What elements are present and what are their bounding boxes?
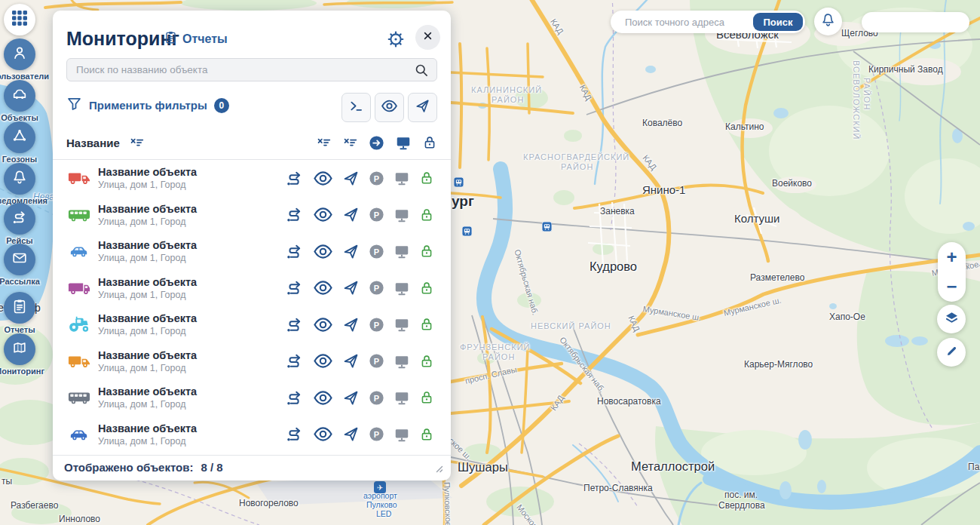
follow-column-button[interactable]: [369, 135, 384, 151]
parking-status-icon[interactable]: P: [369, 390, 384, 406]
report-icon: [164, 30, 178, 48]
object-row[interactable]: Название объектаУлица, дом 1, ГородP: [53, 160, 451, 197]
object-row[interactable]: Название объектаУлица, дом 1, ГородP: [53, 233, 451, 270]
address-search-input[interactable]: [611, 11, 752, 33]
lock-status-icon[interactable]: [419, 427, 434, 442]
lock-status-icon[interactable]: [419, 281, 434, 296]
settings-button[interactable]: [387, 30, 405, 48]
sidebar-item-car[interactable]: [4, 80, 35, 112]
draw-button[interactable]: [937, 338, 966, 367]
lock-status-icon[interactable]: [419, 354, 434, 369]
object-row[interactable]: Название объектаУлица, дом 1, ГородP: [53, 343, 451, 380]
connection-status-icon[interactable]: [394, 170, 410, 186]
zoom-out-button[interactable]: −: [938, 272, 966, 302]
follow-all-button[interactable]: [408, 93, 437, 122]
terminal-button[interactable]: [341, 93, 371, 122]
clear-sort-button[interactable]: [316, 135, 332, 151]
user-menu-bar[interactable]: [862, 12, 969, 32]
visibility-all-button[interactable]: [375, 93, 404, 122]
reports-link[interactable]: Отчеты: [164, 30, 228, 48]
apply-filters-button[interactable]: Применить фильтры 0: [66, 96, 229, 115]
follow-button[interactable]: [342, 352, 360, 370]
parking-status-icon[interactable]: P: [369, 207, 384, 223]
clear-sort-button[interactable]: [342, 135, 358, 151]
resize-handle[interactable]: [433, 462, 443, 476]
object-row[interactable]: Название объектаУлица, дом 1, ГородP: [53, 379, 451, 416]
clear-sort-name-button[interactable]: [129, 135, 145, 151]
connection-status-icon[interactable]: [394, 316, 410, 333]
map-label: просп. Славы: [464, 364, 518, 385]
lock-column-button[interactable]: [422, 135, 437, 150]
map-label: Октябрьская наб.: [558, 335, 607, 394]
track-button[interactable]: [285, 315, 304, 334]
notifications-button[interactable]: [814, 8, 842, 35]
visibility-button[interactable]: [313, 388, 333, 408]
track-button[interactable]: [285, 352, 304, 370]
geofence-icon: [11, 127, 28, 147]
object-row[interactable]: Название объектаУлица, дом 1, ГородP: [53, 197, 451, 234]
parking-status-icon[interactable]: P: [369, 280, 384, 296]
svg-text:P: P: [374, 357, 379, 366]
connection-status-icon[interactable]: [394, 243, 410, 259]
layers-button[interactable]: [937, 305, 966, 333]
track-button[interactable]: [285, 205, 304, 224]
sidebar-item-geofence[interactable]: [4, 121, 35, 153]
visibility-button[interactable]: [313, 241, 333, 262]
close-panel-button[interactable]: [415, 25, 440, 50]
follow-button[interactable]: [342, 206, 360, 223]
parking-status-icon[interactable]: P: [369, 353, 384, 369]
sidebar-item-report[interactable]: [4, 292, 35, 324]
map-label: КАД: [578, 83, 594, 102]
parking-status-icon[interactable]: P: [369, 244, 384, 259]
lock-status-icon[interactable]: [419, 317, 434, 332]
connection-status-icon[interactable]: [394, 207, 410, 223]
lock-status-icon[interactable]: [419, 244, 434, 259]
connection-status-icon[interactable]: [394, 389, 410, 406]
reports-link-label: Отчеты: [182, 32, 228, 46]
connection-status-icon[interactable]: [394, 280, 410, 296]
track-button[interactable]: [285, 242, 304, 261]
search-icon[interactable]: [414, 63, 429, 81]
follow-button[interactable]: [342, 243, 360, 260]
object-name: Название объекта: [98, 238, 197, 252]
parking-status-icon[interactable]: P: [369, 317, 384, 333]
monitor-column-button[interactable]: [395, 134, 412, 151]
track-button[interactable]: [285, 425, 304, 444]
object-row[interactable]: Название объектаУлица, дом 1, ГородP: [53, 306, 451, 343]
visibility-button[interactable]: [313, 424, 333, 444]
bell-icon: [820, 12, 836, 31]
object-row[interactable]: Название объектаУлица, дом 1, ГородP: [53, 270, 451, 307]
object-address: Улица, дом 1, Город: [98, 362, 197, 374]
sidebar-item-mail[interactable]: [4, 244, 35, 275]
follow-button[interactable]: [342, 389, 360, 407]
sidebar-item-user[interactable]: [4, 38, 35, 70]
sidebar-item-bell[interactable]: [4, 163, 35, 195]
parking-status-icon[interactable]: P: [369, 170, 384, 186]
track-button[interactable]: [285, 278, 304, 297]
sidebar-item-route[interactable]: [4, 203, 35, 235]
vehicle-icon: [66, 353, 92, 370]
address-search-button[interactable]: Поиск: [753, 13, 803, 31]
visibility-button[interactable]: [313, 351, 333, 371]
connection-status-icon[interactable]: [394, 426, 410, 443]
apps-menu-button[interactable]: [4, 4, 35, 35]
visibility-button[interactable]: [313, 315, 333, 335]
track-button[interactable]: [285, 388, 304, 407]
connection-status-icon[interactable]: [394, 353, 410, 370]
lock-status-icon[interactable]: [419, 390, 434, 405]
lock-status-icon[interactable]: [419, 170, 434, 186]
follow-button[interactable]: [342, 316, 360, 333]
sidebar-item-mappin[interactable]: [4, 333, 35, 365]
parking-status-icon[interactable]: P: [369, 426, 384, 442]
visibility-button[interactable]: [313, 204, 333, 225]
track-button[interactable]: [285, 169, 304, 188]
follow-button[interactable]: [342, 279, 360, 296]
follow-button[interactable]: [342, 425, 360, 443]
follow-button[interactable]: [342, 170, 360, 187]
object-row[interactable]: Название объектаУлица, дом 1, ГородP: [53, 416, 451, 453]
object-search-input[interactable]: [67, 59, 436, 81]
zoom-in-button[interactable]: +: [938, 242, 966, 272]
lock-status-icon[interactable]: [419, 207, 434, 223]
visibility-button[interactable]: [313, 278, 333, 298]
visibility-button[interactable]: [313, 168, 333, 189]
